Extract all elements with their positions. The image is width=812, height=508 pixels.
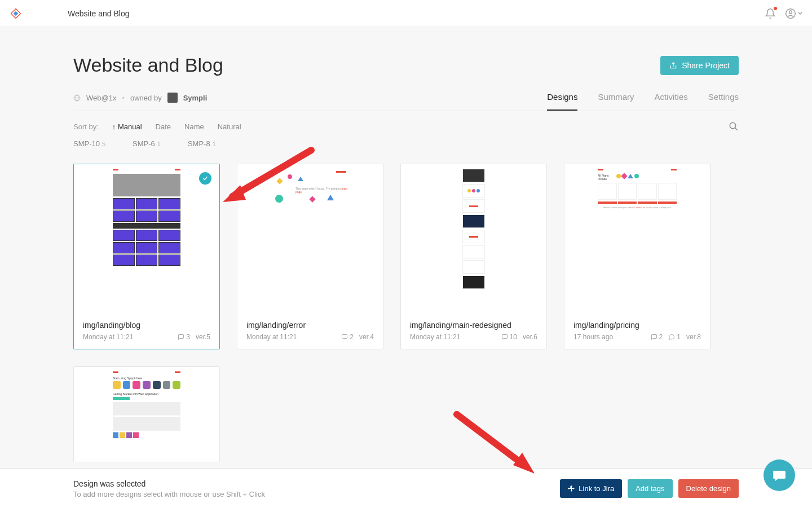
sort-date[interactable]: Date [156, 122, 171, 131]
design-title: img/landing/error [246, 321, 374, 330]
design-card[interactable]: img/landing/blog Monday at 11:21 3 ver.5 [73, 164, 220, 349]
selection-subtitle: To add more designs select with mouse or… [73, 490, 265, 498]
design-card[interactable]: All Plans Include Haven't found what you… [564, 164, 710, 349]
account-menu[interactable] [785, 8, 803, 19]
chat-icon [771, 467, 787, 483]
share-icon [669, 62, 677, 69]
add-tags-button[interactable]: Add tags [628, 479, 672, 498]
check-icon [202, 175, 209, 182]
design-card[interactable]: Start using Sympli here Getting Started … [73, 366, 220, 462]
design-version: ver.8 [686, 333, 701, 341]
tab-activities[interactable]: Activities [655, 92, 688, 111]
comment-icon [341, 334, 348, 340]
design-title: img/landing/pricing [573, 321, 701, 330]
selected-badge [199, 172, 211, 185]
tab-settings[interactable]: Settings [708, 92, 739, 111]
design-thumbnail: This page wasn't found. Try going to mai… [237, 164, 383, 314]
design-version: ver.4 [359, 333, 374, 341]
design-version: ver.5 [196, 333, 210, 341]
comment-icon [501, 334, 508, 340]
design-time: 17 hours ago [573, 333, 613, 341]
comment-icon [178, 334, 184, 340]
design-time: Monday at 11:21 [83, 333, 133, 341]
selection-bar: Design was selected To add more designs … [0, 468, 812, 508]
design-time: Monday at 11:21 [410, 333, 460, 341]
comment-count: 10 [501, 333, 517, 341]
comment-count: 3 [178, 333, 190, 341]
reply-count: 1 [668, 333, 681, 341]
share-project-button[interactable]: Share Project [660, 56, 739, 75]
main-content: Website and Blog Share Project Web@1x • … [0, 27, 812, 508]
comment-count: 2 [341, 333, 354, 341]
chevron-down-icon [797, 11, 803, 16]
topbar: Website and Blog [0, 0, 812, 27]
owner-name[interactable]: Sympli [183, 94, 208, 102]
tab-designs[interactable]: Designs [547, 92, 577, 111]
design-title: img/landing/main-redesigned [410, 321, 537, 330]
sort-manual[interactable]: ↑ Manual [112, 122, 142, 131]
tag-smp-10[interactable]: SMP-105 [73, 139, 105, 148]
chat-icon [668, 334, 675, 340]
design-thumbnail: All Plans Include Haven't found what you… [564, 164, 710, 314]
search-button[interactable] [729, 121, 739, 132]
design-thumbnail [401, 164, 546, 314]
tag-smp-6[interactable]: SMP-61 [133, 139, 161, 148]
sort-natural[interactable]: Natural [218, 122, 241, 131]
breadcrumb[interactable]: Website and Blog [68, 9, 129, 18]
design-card[interactable]: This page wasn't found. Try going to mai… [237, 164, 383, 349]
sort-by-label: Sort by: [73, 122, 99, 131]
design-thumbnail: Start using Sympli here Getting Started … [74, 367, 219, 438]
design-version: ver.6 [523, 333, 537, 341]
app-logo[interactable] [9, 7, 23, 20]
globe-icon [73, 94, 81, 102]
page-title: Website and Blog [73, 54, 223, 76]
design-card[interactable]: img/landing/main-redesigned Monday at 11… [400, 164, 547, 349]
svg-point-3 [789, 11, 792, 14]
design-title: img/landing/blog [83, 321, 210, 330]
search-icon [729, 121, 739, 132]
comment-icon [651, 334, 657, 340]
sort-name[interactable]: Name [184, 122, 204, 131]
link-to-jira-button[interactable]: Link to Jira [560, 479, 622, 498]
chat-widget[interactable] [764, 459, 795, 491]
tag-smp-8[interactable]: SMP-81 [188, 139, 216, 148]
design-thumbnail [74, 164, 219, 314]
notification-dot [774, 7, 777, 10]
share-label: Share Project [682, 61, 730, 70]
svg-point-6 [730, 122, 736, 129]
delete-design-button[interactable]: Delete design [678, 479, 739, 498]
selection-title: Design was selected [73, 479, 265, 488]
design-time: Monday at 11:21 [246, 333, 297, 341]
svg-rect-1 [14, 11, 18, 15]
tab-summary[interactable]: Summary [598, 92, 634, 111]
platform-label: Web@1x [86, 94, 116, 102]
separator-dot: • [122, 94, 125, 102]
jira-icon [568, 485, 575, 492]
comment-count: 2 [651, 333, 663, 341]
owner-avatar [167, 93, 178, 103]
notifications-button[interactable] [765, 8, 776, 19]
owned-by-label: owned by [130, 94, 162, 102]
